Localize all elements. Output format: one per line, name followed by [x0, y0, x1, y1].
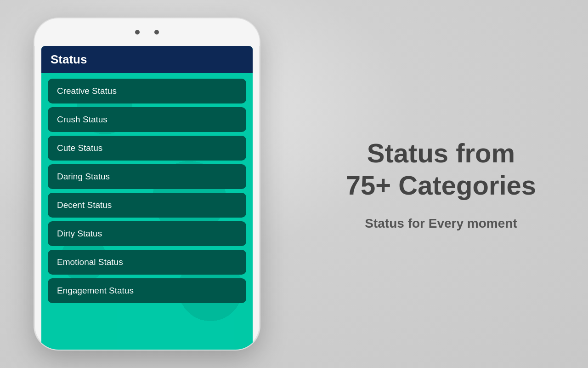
app-title: Status — [51, 52, 87, 66]
menu-item-daring[interactable]: Daring Status — [48, 164, 246, 189]
phone-dot-right — [154, 30, 159, 34]
right-section: Status from75+ Categories Status for Eve… — [294, 0, 588, 368]
sub-heading: Status for Every moment — [365, 216, 517, 231]
menu-list: Creative StatusCrush StatusCute StatusDa… — [41, 73, 253, 350]
menu-item-creative[interactable]: Creative Status — [48, 79, 246, 104]
menu-item-crush[interactable]: Crush Status — [48, 107, 246, 132]
phone-screen: Status Creative StatusCrush StatusCute S… — [41, 46, 253, 350]
menu-item-dirty[interactable]: Dirty Status — [48, 221, 246, 246]
phone-top-bar — [34, 18, 260, 46]
menu-item-emotional[interactable]: Emotional Status — [48, 250, 246, 275]
phone-shell: Status Creative StatusCrush StatusCute S… — [34, 18, 260, 350]
left-section: Status Creative StatusCrush StatusCute S… — [0, 0, 294, 368]
menu-item-decent[interactable]: Decent Status — [48, 193, 246, 218]
phone-dot-left — [135, 30, 140, 34]
menu-item-cute[interactable]: Cute Status — [48, 136, 246, 161]
menu-item-engagement[interactable]: Engagement Status — [48, 278, 246, 303]
app-header: Status — [41, 46, 253, 73]
main-heading: Status from75+ Categories — [346, 137, 536, 201]
